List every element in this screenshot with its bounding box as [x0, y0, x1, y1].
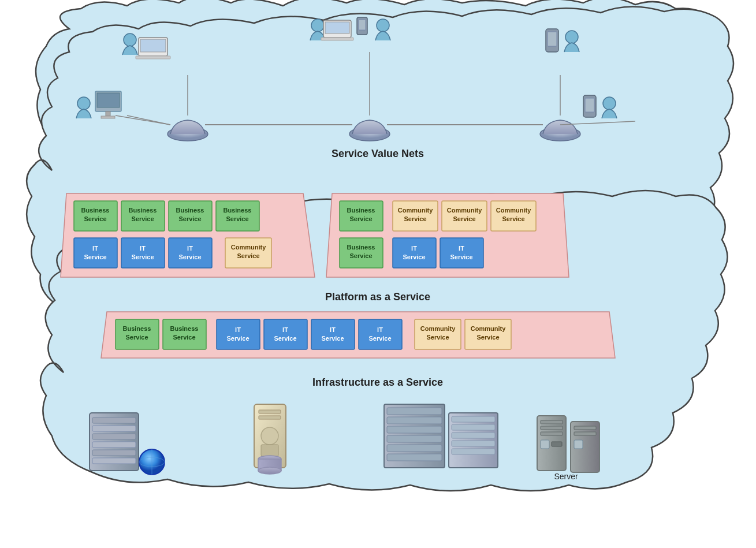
- it-service-right-2: IT Service: [440, 238, 483, 268]
- it-service-right-1: IT Service: [393, 238, 436, 268]
- svg-rect-124: [452, 416, 495, 422]
- svg-rect-16: [321, 38, 353, 40]
- main-svg: Service Value Nets Business Service Busi…: [0, 0, 756, 548]
- community-service-left-1: Community Service: [225, 238, 271, 268]
- user-center-group: [310, 17, 390, 40]
- blade-server-array: [384, 404, 498, 468]
- svg-rect-80: [217, 319, 260, 349]
- svg-text:Business: Business: [81, 207, 110, 214]
- svg-text:IT: IT: [187, 245, 193, 252]
- svg-text:Service: Service: [125, 334, 148, 341]
- svg-text:Business: Business: [347, 244, 375, 251]
- svg-text:IT: IT: [377, 326, 383, 333]
- svg-text:IT: IT: [411, 245, 417, 252]
- svg-point-22: [565, 31, 578, 43]
- svg-rect-100: [92, 426, 136, 431]
- svg-rect-126: [452, 433, 495, 438]
- svg-rect-18: [359, 20, 366, 30]
- svg-rect-24: [585, 98, 594, 112]
- svg-text:IT: IT: [282, 326, 288, 333]
- svg-rect-104: [92, 458, 136, 464]
- it-service-lower-2: IT Service: [264, 319, 307, 349]
- svg-text:Service: Service: [178, 254, 201, 260]
- svg-point-111: [261, 427, 278, 445]
- svg-rect-121: [387, 445, 442, 452]
- svg-text:Service: Service: [237, 252, 259, 259]
- svg-rect-128: [452, 449, 495, 454]
- svg-text:Service: Service: [226, 335, 249, 342]
- community-service-right-1: Community Service: [393, 201, 438, 231]
- svg-text:Business: Business: [170, 325, 199, 332]
- it-service-left-2: IT Service: [121, 238, 165, 268]
- svg-rect-134: [552, 442, 562, 446]
- it-service-left-3: IT Service: [169, 238, 212, 268]
- svg-text:Service: Service: [349, 252, 372, 259]
- svg-text:Service: Service: [502, 215, 524, 222]
- svg-text:Community: Community: [496, 207, 531, 214]
- svg-rect-11: [101, 116, 115, 118]
- svg-point-115: [258, 467, 281, 474]
- server-tower-1: [254, 404, 286, 474]
- svg-rect-118: [387, 417, 442, 424]
- svg-text:Service: Service: [226, 215, 248, 222]
- svg-rect-109: [259, 410, 281, 413]
- svg-text:Community: Community: [420, 325, 456, 332]
- svg-text:Business: Business: [123, 325, 151, 332]
- service-value-nets-label: Service Value Nets: [332, 148, 424, 159]
- svg-rect-46: [169, 238, 212, 268]
- svg-text:Service: Service: [321, 335, 344, 342]
- svg-rect-101: [92, 434, 136, 439]
- svg-rect-70: [440, 238, 483, 268]
- svg-rect-131: [541, 426, 563, 430]
- svg-text:Service: Service: [131, 254, 154, 260]
- svg-text:Business: Business: [224, 207, 252, 214]
- it-service-lower-4: IT Service: [359, 319, 402, 349]
- biz-service-right-1: Business Service: [340, 201, 383, 231]
- svg-rect-138: [574, 440, 583, 449]
- svg-text:Community: Community: [447, 207, 482, 214]
- svg-rect-127: [452, 441, 495, 446]
- svg-text:Community: Community: [231, 244, 266, 251]
- svg-text:Business: Business: [347, 207, 375, 214]
- biz-service-left-1: Business Service: [74, 201, 117, 231]
- svg-rect-120: [387, 435, 442, 442]
- svg-rect-130: [541, 420, 563, 424]
- svg-rect-89: [359, 319, 402, 349]
- svg-rect-9: [97, 93, 120, 107]
- svg-rect-67: [393, 238, 436, 268]
- svg-rect-43: [121, 238, 165, 268]
- diagram-container: Service Value Nets Business Service Busi…: [0, 0, 756, 548]
- svg-text:Service: Service: [84, 254, 106, 260]
- svg-rect-137: [574, 432, 596, 435]
- svg-rect-83: [264, 319, 307, 349]
- svg-text:IT: IT: [330, 326, 336, 333]
- svg-text:Service: Service: [84, 215, 106, 222]
- svg-point-7: [77, 97, 90, 110]
- platform-service-label: Platform as a Service: [325, 291, 430, 303]
- svg-text:Service: Service: [426, 334, 449, 341]
- svg-rect-6: [136, 56, 170, 59]
- laptop-1: [136, 38, 170, 59]
- svg-rect-21: [548, 32, 557, 46]
- community-service-lower-1: Community Service: [415, 319, 461, 349]
- community-service-right-2: Community Service: [442, 201, 487, 231]
- svg-rect-86: [311, 319, 355, 349]
- svg-text:Service: Service: [349, 215, 372, 222]
- svg-rect-119: [387, 426, 442, 433]
- svg-text:Community: Community: [471, 325, 506, 332]
- svg-rect-125: [452, 424, 495, 430]
- server-label: Server: [554, 472, 578, 481]
- infrastructure-label: Infrastructure as a Service: [312, 376, 443, 388]
- svg-rect-102: [92, 442, 136, 448]
- svg-point-13: [311, 19, 324, 32]
- biz-service-lower-1: Business Service: [116, 319, 159, 349]
- svg-rect-10: [106, 111, 110, 116]
- svg-text:IT: IT: [235, 326, 241, 333]
- svg-text:Community: Community: [398, 207, 433, 214]
- svg-text:Service: Service: [450, 254, 472, 260]
- svg-rect-112: [261, 445, 278, 456]
- biz-service-left-3: Business Service: [169, 201, 212, 231]
- biz-service-lower-2: Business Service: [163, 319, 206, 349]
- svg-text:Business: Business: [129, 207, 157, 214]
- svg-text:Service: Service: [131, 215, 154, 222]
